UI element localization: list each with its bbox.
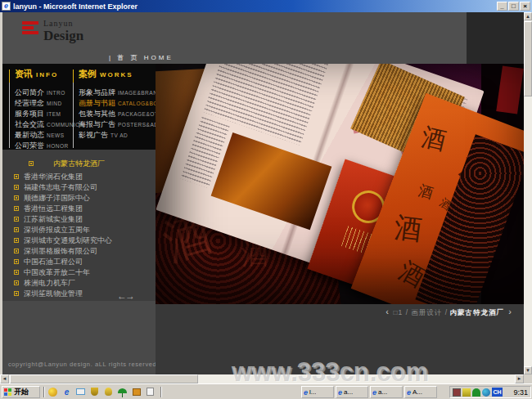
taskbar: 开始 e el... ea... ea... eA... CH 9:31: [0, 383, 532, 399]
quicklaunch-shield-icon[interactable]: [89, 387, 100, 397]
quicklaunch-ie-icon[interactable]: e: [61, 387, 72, 397]
prev-arrow[interactable]: ‹: [383, 307, 391, 316]
client-item[interactable]: 江苏新城实业集团: [14, 214, 83, 224]
caption-meta: □1 / 画册设计 /: [393, 308, 448, 316]
bullet-icon: [14, 195, 19, 200]
ie-page-icon: e: [2, 2, 11, 11]
task-window-button[interactable]: eA...: [404, 386, 437, 398]
client-item[interactable]: 内蒙古特龙酒厂: [14, 159, 105, 168]
bullet-icon: [29, 161, 34, 166]
portfolio-image[interactable]: 酒 酒 风: [156, 64, 524, 304]
horizontal-scroll-thumb[interactable]: [10, 374, 198, 383]
browser-window: e lanyun - Microsoft Internet Explorer _…: [0, 0, 532, 399]
page-header: Lanyun Design | 首 页 HOME: [2, 12, 467, 64]
logo-name-small: Lanyun: [43, 20, 83, 28]
maximize-button[interactable]: □: [508, 2, 519, 11]
bullet-icon: [14, 249, 19, 253]
taskbar-clock: 9:31: [513, 388, 528, 397]
scroll-down-button[interactable]: ▼: [524, 366, 532, 374]
client-item[interactable]: 福建伟志电子有限公司: [14, 182, 97, 192]
scroll-left-button[interactable]: ◄: [0, 374, 9, 383]
work-caption: ‹ □1 / 画册设计 / 内蒙古特龙酒厂 ›: [156, 304, 524, 319]
system-tray: CH 9:31: [449, 386, 531, 398]
quicklaunch-box-icon[interactable]: [131, 387, 142, 397]
scrollbar-corner: [524, 374, 532, 383]
home-nav-link[interactable]: | 首 页 HOME: [109, 53, 174, 62]
horizontal-scrollbar[interactable]: ◄ ►: [0, 374, 524, 383]
tray-monitor-icon[interactable]: [453, 388, 461, 397]
client-item[interactable]: 香港华润石化集团: [14, 172, 83, 182]
quicklaunch-mail-icon[interactable]: [75, 387, 86, 397]
bullet-icon: [14, 291, 19, 296]
tray-globe-icon[interactable]: [482, 388, 490, 397]
quicklaunch-umbrella-icon[interactable]: [117, 387, 128, 397]
bullet-icon: [14, 217, 19, 222]
menu-item-honor[interactable]: 公司荣誉HONOR: [15, 138, 84, 149]
main-area: 酒 酒 风: [156, 64, 524, 374]
windows-flag-icon: [4, 388, 11, 396]
nav-menu-block: 资讯INFO 公司简介INTRO 经营理念MIND 服务项目ITEM 社会交流C…: [2, 64, 156, 150]
task-window-button[interactable]: ea...: [336, 386, 368, 398]
logo-mark-icon: [22, 20, 38, 39]
vertical-scroll-thumb[interactable]: [524, 21, 532, 96]
header-dark-strip: [467, 12, 524, 64]
sidebar-footer: copyright@Lanyun design. aLL rights rese…: [2, 301, 156, 374]
client-item[interactable]: 深圳城市交通规划研究中心: [14, 235, 112, 245]
client-item[interactable]: 香港恒远工程集团: [14, 204, 83, 213]
menu-divider: [73, 69, 74, 148]
start-button[interactable]: 开始: [2, 386, 40, 398]
scroll-up-button[interactable]: ▲: [524, 12, 532, 20]
copyright-text: copyright@Lanyun design. aLL rights rese…: [8, 361, 156, 368]
close-button[interactable]: ×: [520, 2, 530, 11]
bullet-icon: [14, 185, 19, 190]
title-bar[interactable]: e lanyun - Microsoft Internet Explorer _…: [0, 0, 532, 12]
client-item[interactable]: 顺德娜子洋国际中心: [14, 193, 90, 203]
bullet-icon: [14, 259, 19, 264]
bullet-icon: [14, 206, 19, 211]
vignette-overlay: [156, 64, 524, 304]
taskbar-divider: [43, 387, 45, 397]
window-title: lanyun - Microsoft Internet Explorer: [13, 2, 138, 11]
client-item[interactable]: 株洲电力机车厂: [14, 278, 75, 288]
taskbar-divider: [160, 387, 162, 397]
quicklaunch-badge-icon[interactable]: [103, 387, 114, 397]
tray-card-icon[interactable]: [462, 388, 471, 397]
lanyun-logo[interactable]: Lanyun Design: [22, 20, 83, 43]
bullet-icon: [14, 227, 19, 232]
quicklaunch-note-icon[interactable]: [145, 387, 156, 397]
tray-umbrella-icon[interactable]: [472, 388, 480, 397]
task-window-button[interactable]: ea...: [370, 386, 403, 398]
bullet-icon: [14, 280, 19, 285]
client-item[interactable]: 中国改革开放二十年: [14, 267, 90, 277]
client-item[interactable]: 深圳墨格服饰有限公司: [14, 246, 97, 256]
vertical-scrollbar[interactable]: ▲ ▼: [524, 12, 532, 374]
client-item[interactable]: 中国石油工程公司: [14, 257, 83, 267]
language-indicator[interactable]: CH: [492, 388, 503, 397]
page-content: Lanyun Design | 首 页 HOME 资讯INFO 公司简介INTR…: [2, 12, 524, 374]
client-list-panel: 内蒙古特龙酒厂 香港华润石化集团 福建伟志电子有限公司 顺德娜子洋国际中心 香港…: [2, 150, 156, 301]
minimize-button[interactable]: _: [497, 2, 507, 11]
logo-name-large: Design: [43, 29, 83, 43]
scroll-right-button[interactable]: ►: [515, 374, 524, 383]
task-window-button[interactable]: el...: [301, 386, 334, 398]
bullet-icon: [14, 174, 19, 179]
bullet-icon: [14, 238, 19, 243]
caption-client: 内蒙古特龙酒厂: [449, 308, 504, 316]
menu-divider: [9, 69, 10, 148]
client-item[interactable]: 深圳笙凯物业管理: [14, 289, 83, 298]
next-arrow[interactable]: ›: [506, 307, 514, 316]
quicklaunch-round-icon[interactable]: [47, 387, 58, 397]
pager-arrows[interactable]: ←→: [117, 290, 133, 302]
bullet-icon: [14, 270, 19, 275]
client-item[interactable]: 深圳侨报成立五周年: [14, 225, 90, 235]
